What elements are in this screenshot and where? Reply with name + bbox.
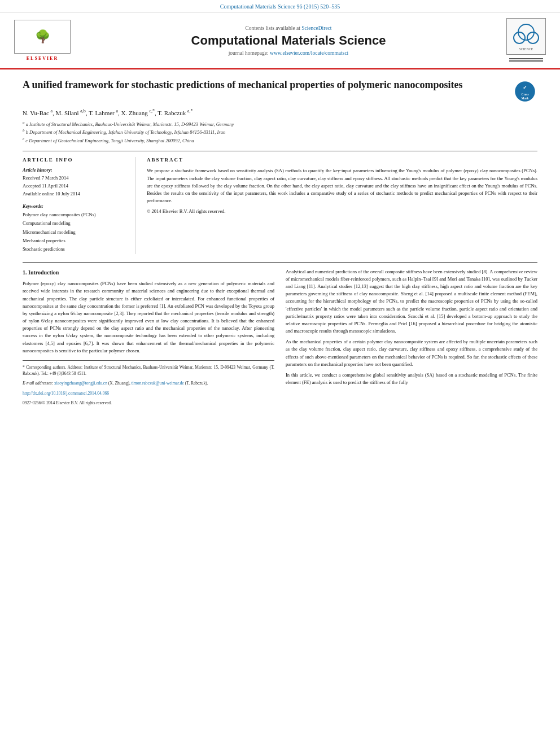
keyword-1: Polymer clay nanocomposites (PCNs) xyxy=(23,211,126,219)
abstract-heading: ABSTRACT xyxy=(147,157,537,163)
affiliation-a: a a Institute of Structural Mechanics, B… xyxy=(23,120,537,128)
abstract-text: We propose a stochastic framework based … xyxy=(147,167,537,204)
corresponding-author: * Corresponding authors. Address: Instit… xyxy=(23,364,274,377)
crossmark-badge: ✓ Cross Mark xyxy=(512,78,537,104)
affiliations: a a Institute of Structural Mechanics, B… xyxy=(23,120,537,145)
body-content: 1. Introduction Polymer (epoxy) clay nan… xyxy=(23,268,537,409)
journal-logo-lines xyxy=(509,57,543,63)
abstract-section: ABSTRACT We propose a stochastic framewo… xyxy=(147,157,537,254)
history-heading: Article history: xyxy=(23,167,126,173)
copyright: © 2014 Elsevier B.V. All rights reserved… xyxy=(147,208,537,215)
email-label: E-mail addresses: xyxy=(23,381,53,386)
article-history: Article history: Received 7 March 2014 A… xyxy=(23,167,126,198)
info-abstract-section: ARTICLE INFO Article history: Received 7… xyxy=(23,151,537,254)
accepted-date: Accepted 11 April 2014 xyxy=(23,182,126,190)
doi-link[interactable]: http://dx.doi.org/10.1016/j.commatsci.20… xyxy=(23,391,109,396)
main-content: A unified framework for stochastic predi… xyxy=(0,69,560,421)
body-divider xyxy=(23,262,537,263)
elsevier-tree-icon: 🌳 xyxy=(35,30,50,43)
body-col-right: Analytical and numerical predictions of … xyxy=(286,268,537,409)
svg-text:Cross: Cross xyxy=(521,92,528,95)
article-title-text: A unified framework for stochastic predi… xyxy=(23,78,506,91)
keyword-5: Stochastic predictions xyxy=(23,245,126,254)
svg-text:SCIENCE: SCIENCE xyxy=(519,47,533,51)
journal-title: Computational Materials Science xyxy=(73,33,504,48)
svg-point-1 xyxy=(514,32,525,43)
elsevier-logo-section: 🌳 ELSEVIER xyxy=(11,20,73,61)
issn-line: 0927-0256/© 2014 Elsevier B.V. All right… xyxy=(23,400,274,406)
affiliation-b: b b Department of Mechanical Engineering… xyxy=(23,128,537,136)
email-line: E-mail addresses: xiaoyingzhuang@tongji.… xyxy=(23,380,274,386)
homepage-url[interactable]: www.elsevier.com/locate/commatsci xyxy=(270,50,348,56)
elsevier-logo-box: 🌳 xyxy=(14,20,71,54)
email-zhuang[interactable]: xiaoyingzhuang@tongji.edu.cn xyxy=(54,381,107,386)
intro-paragraph-3: As the mechanical properties of a certai… xyxy=(286,338,537,368)
doi-line: http://dx.doi.org/10.1016/j.commatsci.20… xyxy=(23,390,274,396)
elsevier-wordmark: ELSEVIER xyxy=(27,56,58,61)
email-rabczuk[interactable]: timon.rabczuk@uni-weimar.de xyxy=(132,381,184,386)
intro-paragraph-2: Analytical and numerical predictions of … xyxy=(286,268,537,335)
available-date: Available online 10 July 2014 xyxy=(23,190,126,198)
svg-text:✓: ✓ xyxy=(523,85,527,90)
svg-text:Mark: Mark xyxy=(521,96,528,99)
footnote-section: * Corresponding authors. Address: Instit… xyxy=(23,360,274,406)
keyword-4: Mechanical properties xyxy=(23,237,126,245)
journal-icon-box: SCIENCE xyxy=(506,18,546,55)
citation-bar: Computational Materials Science 96 (2015… xyxy=(0,0,560,12)
keyword-2: Computational modeling xyxy=(23,219,126,228)
intro-paragraph-4: In this article, we conduct a comprehens… xyxy=(286,372,537,386)
authors-line: N. Vu-Bac a, M. Silani a,b, T. Lahmer a,… xyxy=(23,108,537,116)
article-info: ARTICLE INFO Article history: Received 7… xyxy=(23,157,135,254)
article-title-section: A unified framework for stochastic predi… xyxy=(23,78,537,104)
keyword-3: Micromechanical modeling xyxy=(23,228,126,237)
citation-text: Computational Materials Science 96 (2015… xyxy=(220,3,340,10)
journal-header-right: SCIENCE xyxy=(504,18,549,63)
article-info-heading: ARTICLE INFO xyxy=(23,157,126,163)
journal-homepage: journal homepage: www.elsevier.com/locat… xyxy=(73,50,504,56)
received-date: Received 7 March 2014 xyxy=(23,174,126,182)
journal-header: 🌳 ELSEVIER Contents lists available at S… xyxy=(0,12,560,69)
sciencedirect-link[interactable]: ScienceDirect xyxy=(301,25,331,31)
affiliation-c: c c Department of Geotechnical Engineeri… xyxy=(23,136,537,145)
journal-header-center: Contents lists available at ScienceDirec… xyxy=(73,25,504,56)
body-col-left: 1. Introduction Polymer (epoxy) clay nan… xyxy=(23,268,274,409)
sciencedirect-line: Contents lists available at ScienceDirec… xyxy=(73,25,504,31)
section1-heading: 1. Introduction xyxy=(23,268,274,277)
keywords-heading: Keywords: xyxy=(23,203,126,209)
keywords-section: Keywords: Polymer clay nanocomposites (P… xyxy=(23,203,126,254)
intro-paragraph-1: Polymer (epoxy) clay nanocomposites (PCN… xyxy=(23,280,274,355)
svg-point-2 xyxy=(527,32,539,43)
